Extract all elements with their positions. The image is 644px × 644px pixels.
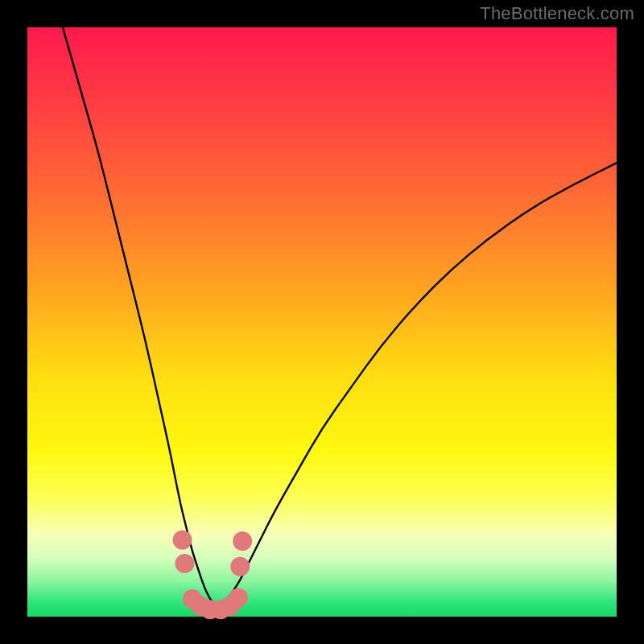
- highlight-dot: [173, 530, 192, 550]
- bottleneck-chart: [0, 0, 644, 644]
- highlight-dot: [230, 557, 250, 576]
- highlight-dot: [229, 588, 248, 608]
- highlight-dot: [175, 554, 194, 573]
- plot-background-gradient: [27, 27, 617, 617]
- chart-frame: TheBottleneck.com: [0, 0, 644, 644]
- highlight-dot: [233, 531, 252, 551]
- watermark-text: TheBottleneck.com: [480, 3, 634, 24]
